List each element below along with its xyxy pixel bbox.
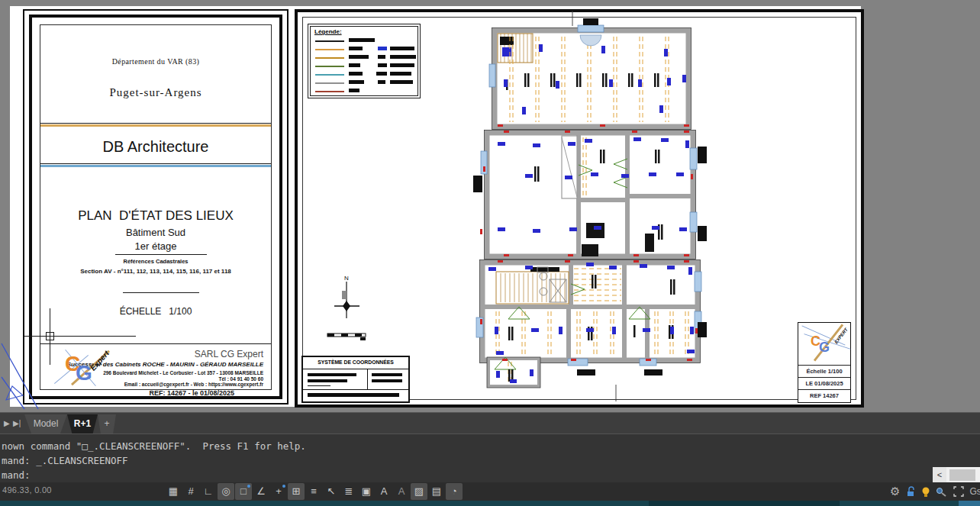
statusbar-object-snap-icon[interactable]: ⊞ xyxy=(288,483,305,500)
legend-row xyxy=(311,80,417,86)
icon-glyph: ∠ xyxy=(256,485,266,497)
layout-nav-first-icon[interactable]: ▶ xyxy=(4,417,10,430)
table-text-bar xyxy=(308,393,399,397)
legend-line-swatch xyxy=(315,57,344,59)
statusbar-graphics-performance-icon[interactable]: ▨ xyxy=(411,483,427,500)
crosshair-pickbox xyxy=(46,332,54,340)
command-history-line: mand: _.CLEANSCREENOFF xyxy=(2,455,128,466)
statusbar-snap-mode-icon[interactable]: ▦ xyxy=(165,483,182,500)
statusbar-annotation-autoscale-icon[interactable]: A xyxy=(393,483,410,500)
legend-text-bar xyxy=(349,55,369,59)
divider-line xyxy=(40,123,271,124)
statusbar-quick-properties-icon[interactable]: ▣ xyxy=(358,483,375,500)
company-phone: Tél : 04 91 40 50 60 xyxy=(218,376,263,382)
icon-glyph: ▨ xyxy=(414,485,424,497)
legend-line-swatch xyxy=(315,82,344,84)
scale-bar xyxy=(327,330,368,339)
blue-dot xyxy=(247,485,250,488)
statusbar-ortho-mode-icon[interactable]: ∟ xyxy=(200,483,217,500)
coordinates-display[interactable]: 496.33, 0.00 xyxy=(2,485,52,495)
floor-label: 1er étage xyxy=(40,240,271,252)
tab-r-plus-1[interactable]: R+1 xyxy=(67,414,98,433)
legend-row xyxy=(311,55,417,61)
icon-glyph: + xyxy=(276,485,282,497)
clean-screen-brackets-icon[interactable] xyxy=(953,486,964,497)
status-toggle-group: ▦ # ∟ ◎ □ ∠ + ⊞ ≡ ↖ ≣ ▣ A A ▨ ▤ ◔ xyxy=(165,483,463,500)
legend-row xyxy=(311,89,417,95)
orange-rule xyxy=(40,124,271,127)
tab-model[interactable]: Model xyxy=(24,414,67,433)
legend-text-bar xyxy=(349,38,375,42)
legend-inner: Légende: xyxy=(310,26,418,96)
building-label: Bâtiment Sud xyxy=(40,227,271,238)
statusbar-transparency-icon[interactable]: ≣ xyxy=(340,483,357,500)
legend-text-bar xyxy=(349,47,363,50)
statusbar-snap-marker-icon[interactable]: + xyxy=(270,483,287,500)
table-line xyxy=(303,369,408,369)
icon-glyph: ◔ xyxy=(451,485,457,497)
plan-date: LE 01/08/2025 xyxy=(798,377,850,390)
isolate-objects-bulb-icon[interactable] xyxy=(921,486,930,498)
cg-logo: C G Expert xyxy=(54,344,115,395)
plan-scale: Échelle 1/100 xyxy=(798,365,850,378)
legend-line-swatch xyxy=(315,91,344,92)
taskbar-strip xyxy=(0,501,980,506)
statusbar-isometric-drafting-icon[interactable]: □ xyxy=(235,483,252,500)
legend-line-swatch xyxy=(315,49,344,50)
statusbar-object-snap-tracking-icon[interactable]: ∠ xyxy=(253,483,269,500)
taskbar-blue-segment xyxy=(959,501,980,506)
firm-name: DB Architecture xyxy=(40,138,271,156)
company-contact: Email : accueil@cgexpert.fr - Web : http… xyxy=(124,382,263,387)
statusbar-lineweight-icon[interactable]: ≡ xyxy=(305,483,322,500)
plan-title-block: C G EXPERT Échelle 1/100 LE 01/08/2025 R… xyxy=(798,322,851,403)
command-scrollbar: < xyxy=(933,467,980,483)
command-prompt[interactable]: mand: xyxy=(2,469,31,481)
crosshair-h xyxy=(24,336,136,337)
table-text-bar xyxy=(308,379,347,382)
coordinate-table: SYSTÈME DE COORDONNÉES xyxy=(301,356,410,403)
floor-plan-svg xyxy=(458,8,717,404)
scrollbar-thumb[interactable] xyxy=(949,469,975,481)
scroll-left-arrow[interactable]: < xyxy=(933,467,946,483)
table-line xyxy=(303,389,408,390)
tab-new-layout[interactable]: + xyxy=(98,414,116,433)
command-panel: nown command "□_.CLEANSCREENOFF". Press … xyxy=(0,433,980,483)
legend-text-bar xyxy=(378,55,385,59)
legend-text-bar xyxy=(390,72,411,76)
settings-gear-icon[interactable]: ⚙ xyxy=(890,483,900,500)
statusbar-selection-cycling-icon[interactable]: ↖ xyxy=(323,483,340,500)
statusbar-annotation-scale-icon[interactable]: ◔ xyxy=(446,483,463,500)
statusbar-grid-display-icon[interactable]: # xyxy=(182,483,199,500)
legend-blue-symbol xyxy=(378,47,387,50)
reference-label: REF: 14267 - le 01/08/2025 xyxy=(149,389,234,397)
icon-glyph: ▣ xyxy=(362,485,371,497)
company-name: SARL CG Expert xyxy=(195,349,263,359)
north-arrow: N xyxy=(331,274,362,329)
table-text-bar xyxy=(372,379,402,382)
legend-text-bar xyxy=(378,80,385,84)
table-text-bar xyxy=(308,373,356,376)
legend-text-bar xyxy=(390,63,414,67)
legend-text-bar xyxy=(349,72,363,76)
legend-box: Légende: xyxy=(308,24,421,98)
underline xyxy=(115,254,207,255)
statusbar-polar-tracking-icon[interactable]: ◎ xyxy=(218,483,234,500)
blue-dot xyxy=(282,485,285,488)
statusbar-units-icon[interactable]: ▤ xyxy=(428,483,445,500)
drawing-viewport[interactable]: Département du VAR (83) Puget-sur-Argens… xyxy=(0,0,980,412)
title-sheet-border: Département du VAR (83) Puget-sur-Argens… xyxy=(29,15,282,399)
statusbar-annotation-visibility-icon[interactable]: A xyxy=(376,483,392,500)
legend-text-bar xyxy=(390,80,413,84)
scale-label: ÉCHELLE 1/100 xyxy=(40,306,271,317)
zoom-magnifier-icon[interactable] xyxy=(936,486,948,498)
logo-letter-g: G xyxy=(819,340,830,356)
ucs-icon xyxy=(0,342,46,412)
taskbar-segment xyxy=(649,501,840,506)
status-right-text: Gs xyxy=(969,486,980,497)
legend-text-bar xyxy=(390,55,416,59)
unlock-icon[interactable] xyxy=(905,486,916,498)
command-history-line: nown command "□_.CLEANSCREENOFF". Press … xyxy=(2,440,306,452)
icon-glyph: ≣ xyxy=(345,485,353,497)
layout-nav-last-icon[interactable]: ▶| xyxy=(13,417,21,430)
icon-glyph: ≡ xyxy=(311,485,317,497)
